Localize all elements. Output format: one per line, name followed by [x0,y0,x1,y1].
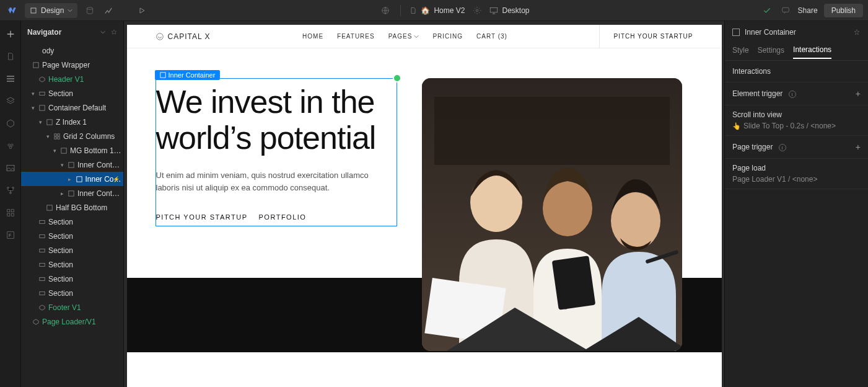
svg-rect-19 [33,62,38,67]
top-bar: Design 🏠 Home V2 [0,0,868,21]
nav-home[interactable]: HOME [302,33,323,40]
selected-element[interactable]: Inner Container We invest in the world’s… [156,78,397,226]
apps-icon[interactable] [5,207,16,218]
info-icon[interactable]: i [789,91,796,98]
navigator-panel: Navigator odyPage WrapperHeader V1▾Secti… [21,21,124,387]
tree-row[interactable]: Section [21,272,123,286]
svg-point-3 [476,9,479,12]
nav-links: HOME FEATURES PAGES PRICING CART (3) [302,33,507,40]
separator [400,5,401,16]
tree-row[interactable]: Half BG Bottom [21,200,123,215]
add-element-trigger[interactable]: + [856,89,861,99]
pin-icon[interactable] [111,29,117,35]
svg-rect-14 [11,210,14,212]
brand-text: CAPITAL X [168,32,211,41]
svg-rect-41 [434,97,670,165]
svg-rect-22 [47,119,52,124]
tree-row[interactable]: Footer V1 [21,300,123,314]
svg-rect-27 [61,148,66,153]
hero-image[interactable] [422,78,682,351]
navigator-tree: odyPage WrapperHeader V1▾Section▾Contain… [21,43,123,387]
tree-row[interactable]: ▾Container Default [21,100,123,115]
element-trigger-label: Element trigger [732,89,783,98]
nav-cart[interactable]: CART (3) [476,33,507,40]
style-manager-icon[interactable] [5,140,16,151]
pages-icon[interactable] [5,51,16,62]
svg-rect-32 [40,220,45,223]
page-trigger-type: Page load [732,164,861,172]
selection-tag[interactable]: Inner Container [155,70,221,80]
pin-styles-icon[interactable] [853,29,861,36]
nav-features[interactable]: FEATURES [337,33,375,40]
add-page-trigger[interactable]: + [856,142,861,152]
svg-rect-36 [40,277,45,280]
fonts-icon[interactable]: F [5,229,16,241]
interactions-tool-icon[interactable] [5,185,16,196]
page-trigger-label: Page trigger [732,143,773,151]
page-selector[interactable]: 🏠 Home V2 [410,6,465,15]
tree-row[interactable]: Section [21,215,123,229]
canvas-area[interactable]: CAPITAL X HOME FEATURES PAGES PRICING CA… [124,21,724,387]
webflow-logo-icon[interactable] [5,4,19,17]
tree-row[interactable]: Section [21,286,123,300]
hero-link-portfolio[interactable]: PORTFOLIO [259,213,307,221]
tree-row[interactable]: ▾Inner Container [21,158,123,172]
components-icon[interactable] [5,96,16,107]
tree-row[interactable]: ▸Inner Con…⚡ [21,172,123,186]
share-button[interactable]: Share [798,6,818,15]
add-element-icon[interactable] [5,29,16,40]
mode-dropdown[interactable]: Design [25,3,77,18]
tree-row[interactable]: ▾Grid 2 Columns [21,129,123,143]
collapse-icon[interactable] [100,29,106,35]
preview-icon[interactable] [136,4,148,17]
variables-icon[interactable] [5,118,16,129]
right-tabs: Style Settings Interactions [725,43,868,61]
globe-icon[interactable] [379,4,392,17]
nav-cta[interactable]: PITCH YOUR STARTUP [599,25,693,48]
svg-rect-25 [55,136,56,138]
tree-row[interactable]: ody [21,43,123,58]
cms-icon[interactable] [84,4,96,17]
status-check-icon[interactable] [761,4,773,17]
tree-row[interactable]: ▾Z Index 1 [21,115,123,129]
device-selector[interactable]: Desktop [489,6,529,15]
tree-row[interactable]: Header V1 [21,72,123,86]
nav-pricing[interactable]: PRICING [432,33,463,40]
chevron-down-icon [68,8,72,13]
right-panel: Inner Container Style Settings Interacti… [724,21,868,387]
info-icon[interactable]: i [779,144,786,151]
trigger-animation: Slide To Top - 0.2s / <none> [743,122,836,130]
svg-rect-33 [40,234,45,238]
tree-row[interactable]: Section [21,257,123,272]
page-settings-icon[interactable] [471,4,483,17]
tree-row[interactable]: ▸Inner Container [21,186,123,200]
site-brand[interactable]: CAPITAL X [156,32,211,41]
svg-rect-4 [491,7,498,12]
navigator-icon[interactable] [5,73,16,84]
tree-row[interactable]: Section [21,243,123,257]
tree-row[interactable]: ▾Section [21,86,123,100]
svg-rect-23 [55,133,56,135]
selected-element-name: Inner Container [745,28,796,37]
tab-interactions[interactable]: Interactions [793,45,831,59]
tab-style[interactable]: Style [732,46,749,58]
svg-point-6 [7,144,9,146]
svg-point-10 [7,187,9,189]
tree-row[interactable]: Page Wrapper [21,58,123,72]
hero-paragraph[interactable]: Ut enim ad minim veniam, quis nostrud ex… [156,169,394,194]
tab-settings[interactable]: Settings [758,46,784,58]
tree-row[interactable]: ▾MG Bottom 140px [21,143,123,158]
hero-heading[interactable]: We invest in the world’s potential [156,84,394,156]
element-trigger-item[interactable]: Scroll into view 👆 Slide To Top - 0.2s /… [725,105,868,136]
publish-button[interactable]: Publish [824,4,863,17]
nav-pages[interactable]: PAGES [388,33,419,40]
tree-row[interactable]: Section [21,229,123,243]
assets-icon[interactable] [5,162,16,174]
canvas[interactable]: CAPITAL X HOME FEATURES PAGES PRICING CA… [127,25,722,387]
svg-point-1 [87,7,93,9]
hero-link-pitch[interactable]: PITCH YOUR STARTUP [156,213,248,221]
comments-icon[interactable] [779,4,792,17]
page-trigger-item[interactable]: Page load Page Loader V1 / <none> [725,159,868,189]
tree-row[interactable]: Page Loader/V1 [21,314,123,329]
analytics-icon[interactable] [102,4,115,17]
